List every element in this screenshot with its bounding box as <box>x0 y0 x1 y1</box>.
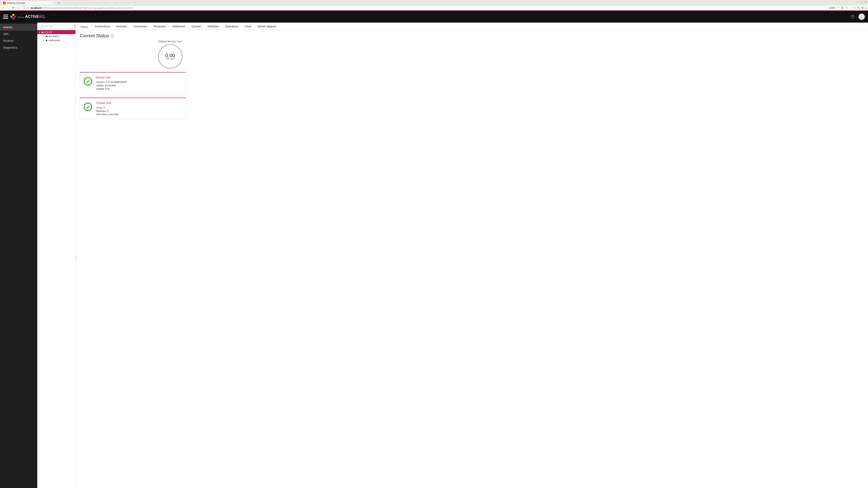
url-host: localhost <box>31 6 41 9</box>
tree: ▾ 0.0.0.0 › ▸ acceptors ▸ addresses <box>37 30 75 42</box>
favicon-icon <box>3 2 6 4</box>
tab-connections[interactable]: Connections <box>92 24 113 30</box>
tab-label: Addresses <box>173 25 185 28</box>
tab-producers[interactable]: Producers <box>151 24 169 30</box>
window-controls: — ▢ ✕ <box>856 0 867 3</box>
site-info-icon[interactable]: ⓘ <box>23 6 25 9</box>
browser-tab-title: Artemis Console <box>7 2 25 4</box>
cluster-ha-policy: HA Policy: Live Only <box>96 113 119 116</box>
tree-node-label: acceptors <box>49 35 59 37</box>
tab-strip: Artemis Console × + <box>0 0 868 5</box>
cluster-info-body: Cluster Info Lives: 0 Backups: 0 HA Poli… <box>96 101 119 116</box>
tree-search-input[interactable] <box>39 24 73 29</box>
cluster-info-title: Cluster Info <box>96 101 119 105</box>
svg-point-0 <box>861 15 862 17</box>
lock-icon: 🗋 <box>27 6 29 9</box>
extensions-icon[interactable]: ⊞ <box>862 6 864 9</box>
tree-search-row: ⊞ ⊟ <box>37 23 75 30</box>
browser-chrome: — ▢ ✕ Artemis Console × + ← → ⟳ ⌂ ⓘ 🗋 lo… <box>0 0 868 11</box>
status-ok-icon <box>84 77 92 86</box>
tab-label: Connections <box>95 25 110 28</box>
nav-home-button[interactable]: ⌂ <box>16 6 20 10</box>
broker-info-card: Broker Info version: 2.17.0-SNAPSHOT upt… <box>80 72 186 94</box>
cluster-info-card: Cluster Info Lives: 0 Backups: 0 HA Poli… <box>80 98 186 119</box>
tab-sessions[interactable]: Sessions <box>113 24 130 30</box>
window-maximize-icon[interactable]: ▢ <box>861 0 863 3</box>
tab-chart[interactable]: Chart <box>242 24 254 30</box>
zoom-level[interactable]: 120% <box>829 6 835 9</box>
panel-resize-handle[interactable] <box>76 255 76 261</box>
nav-item-diagnostics[interactable]: Diagnostics <box>0 44 37 51</box>
nav-reload-button[interactable]: ⟳ <box>11 6 15 10</box>
tree-node-acceptors[interactable]: ▸ acceptors <box>37 34 75 38</box>
tab-label: Producers <box>154 25 166 28</box>
caret-down-icon[interactable]: ▾ <box>39 31 40 33</box>
url-path: :8161/console/artemis/artemisStatus?nid=… <box>41 6 133 9</box>
header-right: ? <box>851 13 865 20</box>
app-header: Apache ACTIVEMQ ? <box>0 11 868 23</box>
new-tab-button[interactable]: + <box>57 1 61 5</box>
tab-label: Operations <box>225 25 239 28</box>
broker-version: version: 2.17.0-SNAPSHOT <box>96 80 127 84</box>
user-avatar[interactable] <box>859 13 865 20</box>
tab-consumers[interactable]: Consumers <box>130 24 150 30</box>
window-minimize-icon[interactable]: — <box>856 0 859 3</box>
page-title-row: Current Status ? <box>80 33 864 38</box>
brand: Apache ACTIVEMQ <box>3 14 45 20</box>
nav-item-label: Diagnostics <box>3 46 17 49</box>
logo-mark-icon <box>10 14 16 20</box>
tree-node-root[interactable]: ▾ 0.0.0.0 › <box>37 30 75 34</box>
hamburger-icon[interactable] <box>3 15 8 19</box>
url-bar[interactable]: ⓘ 🗋 localhost:8161/console/artemis/artem… <box>21 6 826 10</box>
app-menu-icon[interactable]: ≡ <box>865 6 867 9</box>
reader-mode-icon[interactable]: ☰ <box>841 6 844 9</box>
bookmark-icon[interactable]: ☆ <box>845 6 848 9</box>
logo-main: ACTIVE <box>25 15 39 19</box>
app-body: Artemis JMX Runtime Diagnostics ⊞ ⊟ ▾ 0.… <box>0 23 868 488</box>
browser-tab[interactable]: Artemis Console × <box>1 0 56 5</box>
status-page: Current Status ? 'Address Memory Used' 0… <box>76 30 868 126</box>
window-close-icon[interactable]: ✕ <box>865 0 867 3</box>
cluster-backups: Backups: 0 <box>96 109 119 112</box>
app-root: Apache ACTIVEMQ ? Artemis JMX Runtime Di… <box>0 10 868 488</box>
logo-apache: Apache <box>18 17 25 18</box>
memory-gauge-section: 'Address Memory Used' 0.00 MB Used <box>136 40 204 69</box>
nav-item-artemis[interactable]: Artemis <box>0 24 37 31</box>
logo-text: Apache ACTIVEMQ <box>18 15 45 19</box>
page-actions-icon[interactable]: ⋯ <box>837 6 839 9</box>
memory-gauge: 0.00 MB Used <box>158 44 183 69</box>
tab-label: Consumers <box>133 25 147 28</box>
help-icon[interactable]: ? <box>851 15 855 19</box>
gauge-value: 0.00 <box>165 53 175 58</box>
nav-item-label: Runtime <box>3 39 13 42</box>
broker-started: started: true <box>96 88 127 90</box>
logo: Apache ACTIVEMQ <box>10 14 45 20</box>
nav-item-label: JMX <box>3 33 8 36</box>
chevron-right-icon: › <box>73 31 74 33</box>
tree-node-label: addresses <box>49 39 60 41</box>
toolbar-right: 120% ⋯ ☰ ☆ ⑃ ◫ ⊞ ≡ <box>829 6 867 9</box>
tab-close-icon[interactable]: × <box>53 2 54 4</box>
caret-right-icon[interactable]: ▸ <box>43 39 44 41</box>
tab-attributes[interactable]: Attributes <box>204 24 222 30</box>
nav-back-button[interactable]: ← <box>1 6 5 10</box>
tab-addresses[interactable]: Addresses <box>169 24 188 30</box>
left-nav: Artemis JMX Runtime Diagnostics <box>0 23 37 488</box>
folder-icon <box>45 39 48 41</box>
library-icon[interactable]: ⑃ <box>854 6 856 9</box>
tab-status[interactable]: Status <box>77 24 92 30</box>
tab-label: Chart <box>245 25 251 28</box>
nav-item-jmx[interactable]: JMX <box>0 31 37 37</box>
tab-queues[interactable]: Queues <box>188 24 204 30</box>
nav-item-runtime[interactable]: Runtime <box>0 37 37 44</box>
nav-forward-button: → <box>6 6 10 10</box>
sidebar-icon[interactable]: ◫ <box>857 6 860 9</box>
caret-right-icon[interactable]: ▸ <box>43 35 44 37</box>
folder-open-icon <box>41 31 43 33</box>
tab-operations[interactable]: Operations <box>222 24 242 30</box>
folder-icon <box>45 35 48 37</box>
broker-info-title: Broker Info <box>96 76 127 79</box>
page-help-icon[interactable]: ? <box>111 34 114 37</box>
tab-broker-diagram[interactable]: Broker diagram <box>254 24 279 30</box>
tree-node-addresses[interactable]: ▸ addresses <box>37 38 75 42</box>
